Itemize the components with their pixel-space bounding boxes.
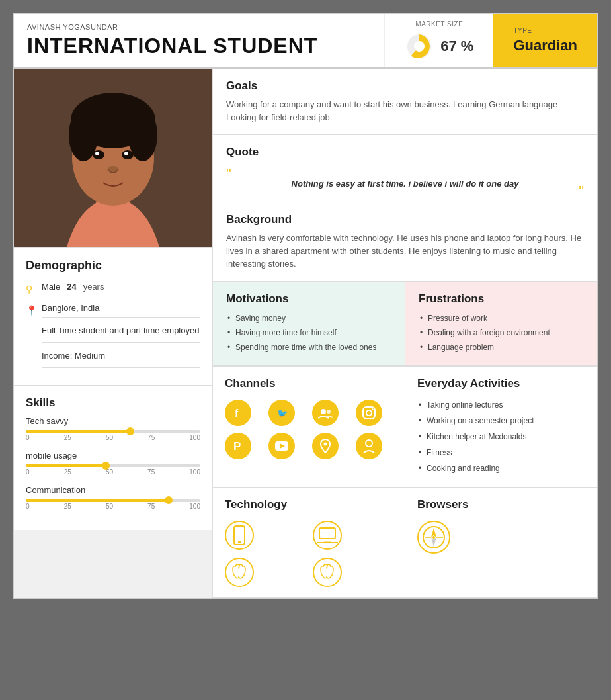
person-icon — [356, 433, 382, 459]
svg-text:P: P — [233, 440, 241, 453]
occupation-text: Full Time student and part time employed — [42, 326, 199, 335]
youtube-icon — [268, 433, 295, 459]
svg-rect-29 — [324, 541, 331, 543]
profile-image — [14, 69, 212, 247]
skill-slider-1 — [26, 464, 200, 467]
svg-marker-33 — [431, 537, 436, 547]
gender-text: Male — [42, 282, 60, 292]
activities-title: Everyday Activities — [417, 377, 585, 390]
facebook-icon: f — [225, 400, 251, 426]
frustration-item-1: Dealing with a foreign environment — [419, 326, 584, 340]
type-value: Guardian — [513, 37, 577, 54]
quote-section: Quote " Nothing is easy at first time. i… — [212, 135, 597, 202]
skill-label-1: mobile usage — [26, 451, 200, 460]
motivation-item-2: Spending more time with the loved ones — [226, 340, 391, 355]
svg-text:f: f — [235, 408, 239, 419]
instagram-icon — [356, 400, 382, 426]
quote-mark-left: " — [226, 165, 231, 182]
background-title: Background — [226, 213, 584, 226]
channels-grid: f 🐦 — [225, 400, 393, 459]
motivation-item-1: Having more time for himself — [226, 326, 391, 340]
tech-icons-grid — [225, 521, 393, 587]
header-type: Type Guardian — [493, 14, 597, 67]
main-content: Demographic ⚲ Male 24 years 📍 Banglore, … — [14, 69, 597, 598]
header-left: Avinash Yogasundar International Student — [14, 14, 384, 67]
svg-point-31 — [432, 536, 435, 539]
skill-label-2: Communication — [26, 485, 200, 495]
skill-fill-2 — [26, 499, 169, 502]
location-pin-icon — [312, 433, 339, 459]
activity-item-2: Kitchen helper at Mcdonalds — [417, 429, 585, 445]
browsers-box: Browsers — [405, 487, 597, 598]
goals-title: Goals — [226, 79, 584, 93]
apple-icon-2 — [313, 558, 342, 587]
header-market: Market Size 67 % — [384, 14, 493, 67]
svg-rect-27 — [319, 528, 335, 539]
tech-browsers-row: Technology — [212, 487, 597, 598]
skills-box: Skills Tech savvy 0255075100 mobile usag… — [14, 385, 212, 530]
skill-thumb-0 — [126, 427, 134, 435]
svg-point-19 — [372, 408, 373, 410]
motivations-box: Motivations Saving money Having more tim… — [212, 282, 405, 366]
pie-chart-icon — [405, 32, 434, 61]
income-block: Income: Medium — [42, 349, 200, 368]
market-content: 67 % — [405, 32, 473, 61]
activity-item-0: Taking online lectures — [417, 397, 585, 413]
demographic-title: Demographic — [26, 259, 200, 273]
header: Avinash Yogasundar International Student… — [14, 14, 597, 69]
frustrations-title: Frustrations — [419, 292, 584, 306]
skill-scale-2: 0255075100 — [26, 503, 200, 510]
skill-label-0: Tech savvy — [26, 416, 200, 426]
profile-photo — [14, 69, 212, 247]
apple-icon-1 — [225, 558, 254, 587]
gender-icon: ⚲ — [26, 284, 36, 294]
occupation-block: Full Time student and part time employed — [42, 324, 200, 343]
demographic-box: Demographic ⚲ Male 24 years 📍 Banglore, … — [14, 247, 212, 385]
goals-text: Working for a company and want to start … — [226, 98, 584, 124]
frustration-item-0: Pressure of work — [419, 311, 584, 326]
svg-point-15 — [321, 409, 326, 414]
motivations-list: Saving money Having more time for himsel… — [226, 311, 391, 355]
svg-point-23 — [324, 442, 327, 445]
phone-icon — [225, 521, 254, 550]
type-label: Type — [513, 27, 577, 34]
background-section: Background Avinash is very comfortable w… — [212, 202, 597, 282]
svg-text:🐦: 🐦 — [277, 408, 288, 419]
market-percent: 67 % — [440, 38, 473, 55]
frustrations-list: Pressure of work Dealing with a foreign … — [419, 311, 584, 355]
header-title: International Student — [27, 34, 371, 58]
header-subtitle: Avinash Yogasundar — [27, 23, 371, 31]
technology-box: Technology — [212, 487, 405, 598]
activities-box: Everyday Activities Taking online lectur… — [405, 366, 597, 487]
frustration-item-2: Language problem — [419, 340, 584, 355]
persona-card: Avinash Yogasundar International Student… — [13, 13, 598, 599]
svg-marker-32 — [431, 528, 436, 537]
activity-item-3: Fitness — [417, 445, 585, 460]
twitter-icon: 🐦 — [268, 400, 295, 426]
quote-text: Nothing is easy at first time. i believe… — [226, 176, 584, 191]
svg-point-24 — [366, 440, 372, 447]
gender-age-content: Male 24 years — [42, 282, 200, 296]
market-label: Market Size — [415, 21, 463, 28]
location-row: 📍 Banglore, India — [26, 303, 200, 318]
skill-scale-1: 0255075100 — [26, 468, 200, 476]
svg-point-10 — [95, 152, 99, 155]
activity-item-1: Working on a semester project — [417, 413, 585, 429]
skills-title: Skills — [26, 396, 200, 410]
goals-section: Goals Working for a company and want to … — [212, 69, 597, 135]
skill-fill-0 — [26, 430, 130, 433]
skill-slider-0 — [26, 430, 200, 433]
quote-title: Quote — [226, 146, 584, 159]
location-content: Banglore, India — [42, 303, 200, 318]
laptop-icon — [313, 521, 342, 550]
svg-point-16 — [327, 410, 331, 414]
motivation-item-0: Saving money — [226, 311, 391, 326]
skill-fill-1 — [26, 464, 106, 467]
left-column: Demographic ⚲ Male 24 years 📍 Banglore, … — [14, 69, 212, 598]
bottom-row: Channels f 🐦 — [212, 366, 597, 487]
activity-item-4: Cooking and reading — [417, 460, 585, 476]
svg-point-11 — [124, 152, 128, 155]
age-value: 24 — [67, 282, 76, 292]
activities-list: Taking online lectures Working on a seme… — [417, 397, 585, 476]
skill-slider-2 — [26, 499, 200, 502]
